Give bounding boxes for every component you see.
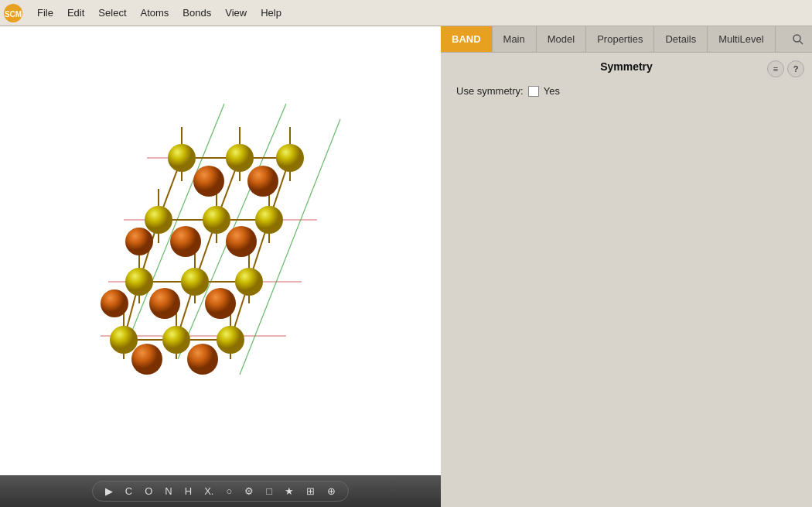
yes-label: Yes: [544, 85, 560, 97]
menubar: SCM File Edit Select Atoms Bonds View He…: [0, 0, 812, 26]
toolbar-c[interactable]: C: [122, 485, 135, 498]
symmetry-label: Use symmetry:: [456, 85, 524, 97]
main-container: ▶ C O N H X. ○ ⚙ □ ★ ⊞ ⊕ BAND Main Model…: [0, 26, 812, 507]
toolbar-play[interactable]: ▶: [102, 485, 116, 498]
menu-help[interactable]: Help: [254, 4, 288, 22]
toolbar-star[interactable]: ★: [281, 485, 297, 498]
svg-point-50: [181, 268, 209, 296]
tab-main[interactable]: Main: [493, 26, 537, 52]
panel-title-text: Symmetry: [600, 60, 653, 73]
tab-bar: BAND Main Model Properties Details Multi…: [441, 26, 812, 53]
toolbar-h[interactable]: H: [182, 485, 195, 498]
right-panel: BAND Main Model Properties Details Multi…: [441, 26, 812, 507]
svg-point-44: [203, 206, 230, 234]
toolbar-circle[interactable]: ○: [223, 485, 235, 498]
scm-icon: SCM: [3, 3, 23, 23]
svg-point-49: [125, 268, 153, 296]
menu-view[interactable]: View: [219, 4, 253, 22]
svg-point-59: [187, 344, 218, 375]
tab-details[interactable]: Details: [654, 26, 708, 52]
svg-point-40: [276, 144, 304, 172]
toolbar-grid[interactable]: ⊞: [303, 485, 318, 498]
svg-point-55: [110, 326, 138, 354]
panel-title-icons: ≡ ?: [767, 60, 804, 77]
svg-point-39: [226, 144, 254, 172]
svg-point-48: [125, 228, 153, 255]
menu-bonds[interactable]: Bonds: [176, 4, 217, 22]
svg-point-46: [170, 226, 201, 257]
panel-content: Symmetry ≡ ? Use symmetry: Yes: [441, 53, 812, 507]
svg-point-53: [205, 288, 236, 319]
scm-logo[interactable]: SCM: [3, 3, 23, 23]
tab-properties[interactable]: Properties: [586, 26, 654, 52]
use-symmetry-checkbox[interactable]: [528, 86, 539, 97]
molecule-svg: [62, 73, 371, 429]
menu-edit[interactable]: Edit: [61, 4, 90, 22]
help-icon-btn[interactable]: ?: [787, 60, 804, 77]
bottom-toolbar: ▶ C O N H X. ○ ⚙ □ ★ ⊞ ⊕: [0, 475, 441, 507]
menu-file[interactable]: File: [31, 4, 60, 22]
svg-point-42: [247, 166, 278, 197]
svg-point-45: [255, 206, 283, 234]
search-tab[interactable]: [784, 26, 812, 52]
svg-point-52: [149, 288, 180, 319]
tab-band[interactable]: BAND: [441, 26, 493, 52]
menu-select[interactable]: Select: [92, 4, 132, 22]
tab-model[interactable]: Model: [537, 26, 586, 52]
toolbar-square[interactable]: □: [263, 485, 275, 498]
svg-point-58: [131, 344, 162, 375]
toolbar-n[interactable]: N: [162, 485, 175, 498]
toolbar-x[interactable]: X.: [201, 485, 217, 498]
tab-multilevel[interactable]: MultiLevel: [708, 26, 776, 52]
molecule-area: [0, 26, 441, 475]
svg-text:SCM: SCM: [5, 10, 22, 19]
svg-point-47: [226, 226, 257, 257]
svg-point-41: [193, 166, 224, 197]
svg-point-54: [101, 289, 128, 317]
svg-point-56: [162, 326, 190, 354]
toolbar-o[interactable]: O: [142, 485, 155, 498]
svg-point-57: [217, 326, 244, 354]
viewer-panel[interactable]: ▶ C O N H X. ○ ⚙ □ ★ ⊞ ⊕: [0, 26, 441, 507]
toolbar-pills: ▶ C O N H X. ○ ⚙ □ ★ ⊞ ⊕: [92, 481, 349, 502]
toolbar-dots[interactable]: ⊕: [324, 485, 339, 498]
svg-point-38: [168, 144, 196, 172]
symmetry-row: Use symmetry: Yes: [449, 85, 804, 97]
search-icon: [792, 33, 804, 46]
menu-atoms[interactable]: Atoms: [135, 4, 176, 22]
toolbar-gear[interactable]: ⚙: [241, 485, 257, 498]
svg-point-43: [145, 206, 172, 234]
svg-point-60: [793, 35, 800, 42]
menu-icon-btn[interactable]: ≡: [767, 60, 784, 77]
svg-point-51: [235, 268, 263, 296]
svg-line-61: [800, 41, 803, 44]
panel-title: Symmetry ≡ ?: [449, 60, 804, 73]
